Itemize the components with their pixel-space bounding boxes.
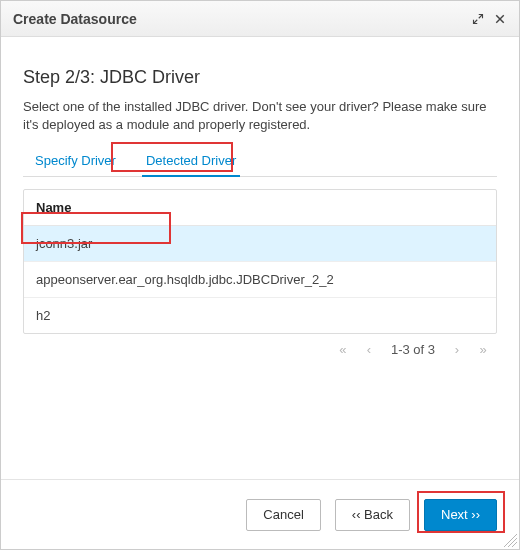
wizard-footer: Cancel ‹‹ Back Next ››	[1, 479, 519, 549]
tabs: Specify Driver Detected Driver	[23, 147, 497, 177]
cancel-button[interactable]: Cancel	[246, 499, 320, 531]
maximize-icon[interactable]	[467, 8, 489, 30]
driver-table: Name jconn3.jar appeonserver.ear_org.hsq…	[23, 189, 497, 334]
pager-prev-icon[interactable]: ‹	[361, 342, 377, 357]
pager-last-icon[interactable]: »	[475, 342, 491, 357]
pager: « ‹ 1-3 of 3 › »	[23, 334, 497, 357]
table-row[interactable]: appeonserver.ear_org.hsqldb.jdbc.JDBCDri…	[24, 262, 496, 298]
next-button[interactable]: Next ››	[424, 499, 497, 531]
window-title: Create Datasource	[9, 11, 467, 27]
pager-next-icon[interactable]: ›	[449, 342, 465, 357]
tab-specify-driver[interactable]: Specify Driver	[23, 147, 128, 176]
pager-first-icon[interactable]: «	[335, 342, 351, 357]
title-bar: Create Datasource	[1, 1, 519, 37]
step-instructions: Select one of the installed JDBC driver.…	[23, 98, 497, 133]
table-row[interactable]: jconn3.jar	[24, 226, 496, 262]
column-header-name: Name	[24, 190, 496, 226]
back-button[interactable]: ‹‹ Back	[335, 499, 410, 531]
tab-detected-driver[interactable]: Detected Driver	[134, 147, 248, 176]
table-row[interactable]: h2	[24, 298, 496, 333]
close-icon[interactable]	[489, 8, 511, 30]
step-heading: Step 2/3: JDBC Driver	[23, 67, 497, 88]
pager-range: 1-3 of 3	[391, 342, 435, 357]
